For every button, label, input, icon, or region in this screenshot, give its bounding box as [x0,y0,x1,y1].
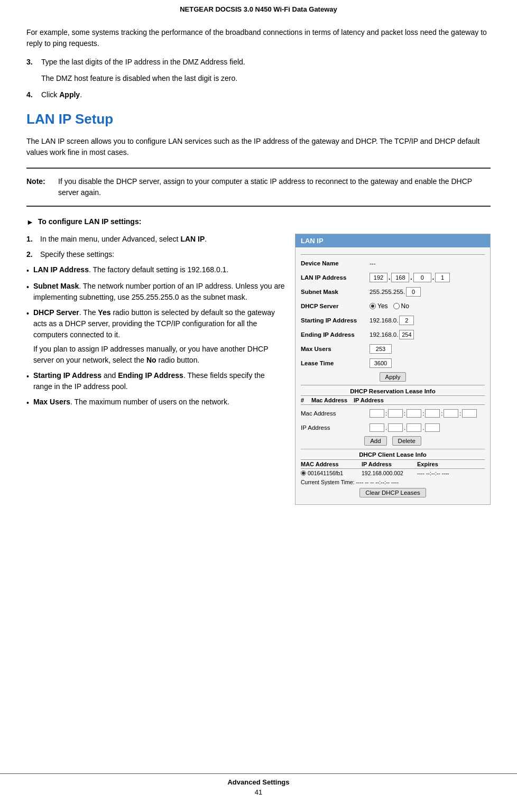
lan-ip-oct1[interactable] [370,273,387,282]
page-footer: Advanced Settings 41 [0,773,517,796]
delete-button[interactable]: Delete [392,436,421,446]
step-3-row: 3. Type the last digits of the IP addres… [26,57,491,68]
step1-pre: In the main menu, under Advanced, select [40,235,180,243]
bullet4-bold: Max Users [33,398,70,406]
list-item: • LAN IP Address. The factory default se… [26,264,285,276]
step1-num: 1. [26,234,37,245]
ip-form-row: IP Address . . . [301,422,485,433]
bullet3-text: and [101,371,118,380]
bullet-list: • LAN IP Address. The factory default se… [26,264,285,409]
lan-ip-row: LAN IP Address . . . [301,272,485,283]
dhcp-no-radio[interactable] [393,303,400,309]
dhcp-yes-option[interactable]: Yes [370,302,388,310]
ip-small-1[interactable] [370,423,384,432]
step1-bold: LAN IP [180,235,205,243]
left-column: 1. In the main menu, under Advanced, sel… [26,234,285,413]
bullet3-bold2: Ending IP Address [118,371,183,380]
list-item: • Max Users. The maximum number of users… [26,396,285,409]
footer-page: 41 [0,788,517,796]
clear-btn-row: Clear DHCP Leases [301,488,485,497]
bullet1-bold: Subnet Mask [33,282,79,290]
lan-ip-oct4[interactable] [435,273,450,282]
starting-ip-last[interactable] [399,316,414,325]
client-row-ip-cell: 192.168.000.002 [362,470,417,476]
bullet-content-2: DHCP Server. The Yes radio button is sel… [33,307,285,366]
max-users-input[interactable] [370,344,392,354]
configure-arrow: ► [26,218,34,226]
mac-form-row: Mac Address : : : : [301,408,485,419]
step3-num: 3. [26,57,41,68]
dhcp-server-row: DHCP Server Yes No [301,300,485,312]
two-col-layout: 1. In the main menu, under Advanced, sel… [26,234,491,505]
ending-ip-last[interactable] [399,330,414,339]
page-header: NETGEAR DOCSIS 3.0 N450 Wi-Fi Data Gatew… [0,0,517,16]
footer-label: Advanced Settings [0,778,517,786]
ip-small-2[interactable] [388,423,403,432]
bullet2-bold2: Yes [98,308,110,317]
ip-input-row: . . . [370,423,440,432]
lan-ip-oct2[interactable] [391,273,409,282]
step2-num: 2. [26,249,37,260]
dhcp-client-section: DHCP Client Lease Info MAC Address IP Ad… [301,449,485,497]
note-text: If you disable the DHCP server, assign t… [58,176,491,198]
bullet-content-0: LAN IP Address. The factory default sett… [33,264,285,276]
bullet-content-3: Starting IP Address and Ending IP Addres… [33,370,285,392]
client-row-mac-cell: 001641156fb1 [301,470,362,476]
add-button[interactable]: Add [364,436,386,446]
mac-box-4[interactable] [425,409,440,418]
ip-small-4[interactable] [425,423,440,432]
subnet-label: Subnet Mask [301,289,370,295]
mac-box-6[interactable] [462,409,477,418]
step4-bold: Apply [59,90,80,99]
step2-row: 2. Specify these settings: [26,249,285,260]
bullet-dot: • [26,371,29,392]
mac-box-2[interactable] [388,409,403,418]
list-item: • Starting IP Address and Ending IP Addr… [26,370,285,392]
client-col-mac: MAC Address [301,461,362,467]
client-col-ip: IP Address [362,461,417,467]
device-name-row: Device Name --- [301,257,485,269]
bullet2-bold3: No [146,356,156,364]
dhcp-yes-radio[interactable] [370,303,376,309]
starting-ip-value: 192.168.0. [370,317,398,324]
ip-small-3[interactable] [407,423,421,432]
lease-time-label: Lease Time [301,360,370,366]
subnet-row: Subnet Mask 255.255.255. [301,286,485,298]
bullet0-bold: LAN IP Address [33,265,89,274]
bullet4-text: . The maximum number of users on the net… [70,398,229,406]
step1-post: . [205,235,207,243]
sys-time-value: ---- -- -- --:--:-- ---- [356,479,398,485]
right-column: LAN IP Device Name --- LAN IP Address . [295,234,491,505]
max-users-label: Max Users [301,346,370,352]
configure-heading: ► To configure LAN IP settings: [26,217,491,226]
client-header: MAC Address IP Address Expires [301,459,485,469]
mac-box-3[interactable] [407,409,421,418]
subnet-last[interactable] [406,287,421,297]
starting-ip-inputs: 192.168.0. [370,316,414,325]
sys-time-row: Current System Time: ---- -- -- --:--:--… [301,479,485,485]
starting-ip-label: Starting IP Address [301,317,370,324]
step3-sub: The DMZ host feature is disabled when th… [41,73,491,84]
res-col-mac: Mac Address [311,397,354,403]
dhcp-reservation-title: DHCP Reservation Lease Info [301,388,485,394]
dhcp-no-label: No [401,302,409,310]
dhcp-no-option[interactable]: No [393,302,409,310]
bullet-dot: • [26,282,29,303]
step3-text: Type the last digits of the IP address i… [41,58,245,66]
lan-ip-oct3[interactable] [413,273,431,282]
mac-box-5[interactable] [444,409,458,418]
apply-button[interactable]: Apply [380,372,407,382]
lease-time-input[interactable] [370,358,392,368]
device-name-label: Device Name [301,260,370,266]
client-radio[interactable] [301,470,306,476]
note-box: Note: If you disable the DHCP server, as… [26,168,491,207]
clear-dhcp-button[interactable]: Clear DHCP Leases [359,488,426,497]
mac-box-1[interactable] [370,409,384,418]
reservation-header: # Mac Address IP Address [301,395,485,405]
res-col-hash: # [301,397,311,403]
max-users-row: Max Users [301,343,485,355]
mac-address-row: Mac Address : : : : [301,408,485,433]
add-del-row: Add Delete [301,436,485,446]
mac-label: Mac Address [301,410,370,417]
bullet2-para2: If you plan to assign IP addresses manua… [33,344,285,366]
